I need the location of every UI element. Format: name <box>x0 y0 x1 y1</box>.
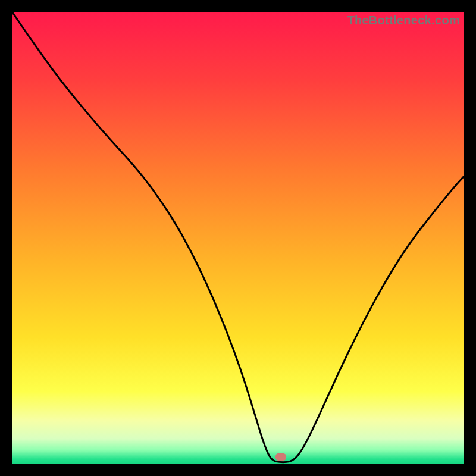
chart-frame: TheBottleneck.com <box>12 12 464 464</box>
optimal-point-marker <box>275 453 286 461</box>
gradient-background <box>12 12 464 464</box>
watermark-text: TheBottleneck.com <box>347 14 460 27</box>
bottleneck-chart <box>12 12 464 464</box>
